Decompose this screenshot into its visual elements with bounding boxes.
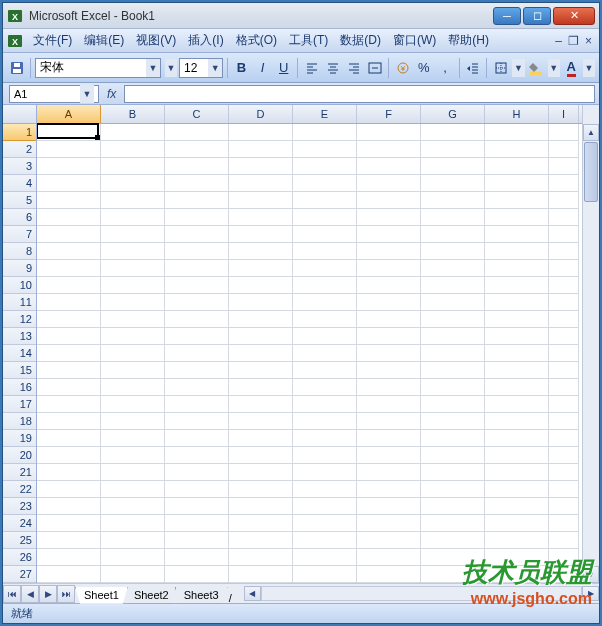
cell[interactable] [293, 260, 357, 277]
cell[interactable] [101, 311, 165, 328]
row-header-7[interactable]: 7 [3, 226, 36, 243]
cell[interactable] [37, 243, 101, 260]
cell[interactable] [421, 515, 485, 532]
cell[interactable] [37, 481, 101, 498]
cell[interactable] [37, 396, 101, 413]
cell[interactable] [37, 175, 101, 192]
row-header-18[interactable]: 18 [3, 413, 36, 430]
cell[interactable] [549, 277, 579, 294]
cell[interactable] [293, 175, 357, 192]
cell[interactable] [101, 430, 165, 447]
row-header-26[interactable]: 26 [3, 549, 36, 566]
cell[interactable] [485, 362, 549, 379]
font-color-button[interactable]: A [562, 57, 581, 79]
cell[interactable] [37, 532, 101, 549]
row-header-11[interactable]: 11 [3, 294, 36, 311]
cell[interactable] [357, 566, 421, 583]
cell[interactable] [357, 515, 421, 532]
cell[interactable] [293, 464, 357, 481]
cell[interactable] [229, 141, 293, 158]
cell[interactable] [293, 549, 357, 566]
cell[interactable] [229, 566, 293, 583]
cell[interactable] [37, 226, 101, 243]
cell[interactable] [485, 243, 549, 260]
cell[interactable] [421, 192, 485, 209]
row-header-17[interactable]: 17 [3, 396, 36, 413]
row-header-20[interactable]: 20 [3, 447, 36, 464]
cell[interactable] [357, 532, 421, 549]
fx-icon[interactable]: fx [107, 87, 116, 101]
toolbar-dropdown-icon[interactable]: ▼ [165, 59, 177, 77]
cell[interactable] [357, 260, 421, 277]
row-header-23[interactable]: 23 [3, 498, 36, 515]
doc-minimize-button[interactable]: – [552, 34, 565, 48]
cell[interactable] [165, 328, 229, 345]
cell[interactable] [293, 515, 357, 532]
cell[interactable] [165, 379, 229, 396]
cell[interactable] [293, 396, 357, 413]
cell[interactable] [293, 226, 357, 243]
cell[interactable] [229, 413, 293, 430]
cell[interactable] [485, 175, 549, 192]
cell[interactable] [421, 260, 485, 277]
cell[interactable] [421, 447, 485, 464]
row-header-19[interactable]: 19 [3, 430, 36, 447]
cell[interactable] [357, 362, 421, 379]
vscroll-thumb[interactable] [584, 142, 598, 202]
cell[interactable] [485, 124, 549, 141]
cell[interactable] [421, 124, 485, 141]
cell[interactable] [229, 260, 293, 277]
cell[interactable] [357, 175, 421, 192]
cell[interactable] [101, 447, 165, 464]
sheet-tab-sheet2[interactable]: Sheet2 [125, 587, 178, 604]
cell[interactable] [165, 175, 229, 192]
cell[interactable] [37, 430, 101, 447]
cell[interactable] [101, 277, 165, 294]
cell[interactable] [101, 192, 165, 209]
sheet-tab-sheet3[interactable]: Sheet3 [175, 587, 228, 604]
cell[interactable] [229, 379, 293, 396]
name-box-dropdown-icon[interactable]: ▼ [80, 85, 94, 103]
cell[interactable] [357, 226, 421, 243]
cell[interactable] [293, 243, 357, 260]
cell[interactable] [485, 566, 549, 583]
cell[interactable] [421, 243, 485, 260]
sheet-nav-prev[interactable]: ◀ [21, 585, 39, 603]
cell[interactable] [37, 277, 101, 294]
row-header-21[interactable]: 21 [3, 464, 36, 481]
cell[interactable] [549, 141, 579, 158]
cell[interactable] [357, 549, 421, 566]
cell[interactable] [357, 430, 421, 447]
cell[interactable] [101, 481, 165, 498]
cell[interactable] [229, 243, 293, 260]
cell[interactable] [165, 124, 229, 141]
name-box[interactable]: ▼ [9, 85, 99, 103]
cell[interactable] [101, 464, 165, 481]
cell[interactable] [229, 277, 293, 294]
cell[interactable] [485, 226, 549, 243]
cell[interactable] [229, 362, 293, 379]
cell[interactable] [293, 532, 357, 549]
cell[interactable] [549, 430, 579, 447]
cell[interactable] [421, 158, 485, 175]
cell[interactable] [357, 447, 421, 464]
menu-data[interactable]: 数据(D) [334, 30, 387, 51]
cell[interactable] [165, 430, 229, 447]
cell[interactable] [485, 209, 549, 226]
cell[interactable] [293, 430, 357, 447]
cell[interactable] [549, 311, 579, 328]
cell[interactable] [421, 413, 485, 430]
cell[interactable] [165, 362, 229, 379]
sheet-nav-first[interactable]: ⏮ [3, 585, 21, 603]
cell[interactable] [165, 413, 229, 430]
cell[interactable] [549, 532, 579, 549]
cell[interactable] [357, 498, 421, 515]
cell[interactable] [229, 311, 293, 328]
save-button[interactable] [7, 57, 26, 79]
cell[interactable] [101, 226, 165, 243]
cell[interactable] [485, 447, 549, 464]
cell[interactable] [165, 277, 229, 294]
cell[interactable] [37, 260, 101, 277]
row-header-14[interactable]: 14 [3, 345, 36, 362]
row-header-9[interactable]: 9 [3, 260, 36, 277]
